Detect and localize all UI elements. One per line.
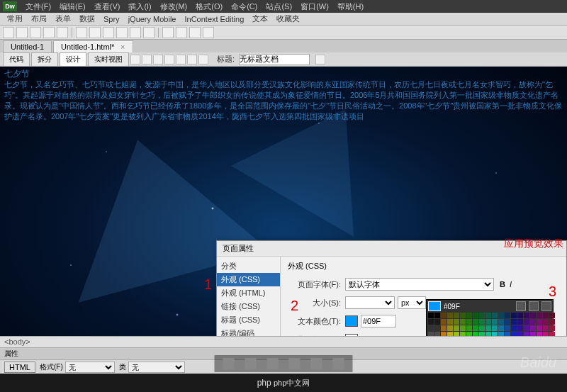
color-cell[interactable] <box>511 332 517 336</box>
menu-commands[interactable]: 命令(C) <box>227 1 262 12</box>
menu-file[interactable]: 文件(F) <box>21 1 55 12</box>
cat-headings-css[interactable]: 标题 (CSS) <box>217 313 280 327</box>
close-icon[interactable]: × <box>120 43 125 51</box>
color-cell[interactable] <box>428 313 434 318</box>
color-cell[interactable] <box>511 325 517 331</box>
color-cell[interactable] <box>454 319 459 325</box>
color-cell[interactable] <box>524 319 529 325</box>
color-cell[interactable] <box>479 332 485 336</box>
tb-forms[interactable]: 表单 <box>51 13 75 24</box>
color-cell[interactable] <box>498 325 504 331</box>
script-icon[interactable] <box>176 27 187 38</box>
comment-icon[interactable] <box>143 27 155 38</box>
menu-modify[interactable]: 修改(M) <box>156 1 192 12</box>
color-cell[interactable] <box>466 319 472 325</box>
class-select[interactable]: 无 <box>128 362 185 373</box>
menu-site[interactable]: 站点(S) <box>262 1 296 12</box>
color-grid[interactable] <box>428 313 551 336</box>
table-icon[interactable] <box>43 27 55 38</box>
color-cell[interactable] <box>530 313 536 318</box>
color-cell[interactable] <box>460 313 466 318</box>
color-cell[interactable] <box>485 319 491 325</box>
color-cell[interactable] <box>524 332 529 336</box>
tag-icon[interactable] <box>203 27 214 38</box>
color-cell[interactable] <box>543 325 549 331</box>
color-cell[interactable] <box>441 319 447 325</box>
view-code-button[interactable]: 代码 <box>3 52 30 67</box>
hyperlink-icon[interactable] <box>3 27 14 38</box>
color-cell[interactable] <box>473 325 478 331</box>
color-cell[interactable] <box>511 313 517 318</box>
color-cell[interactable] <box>473 332 478 336</box>
color-cell[interactable] <box>517 319 523 325</box>
debug-icon[interactable] <box>187 55 197 65</box>
menu-edit[interactable]: 编辑(E) <box>55 1 90 12</box>
color-cell[interactable] <box>530 325 536 331</box>
color-cell[interactable] <box>543 313 549 318</box>
color-cell[interactable] <box>454 332 459 336</box>
tb-spry[interactable]: Spry <box>99 15 124 23</box>
color-cell[interactable] <box>485 332 491 336</box>
color-cell[interactable] <box>537 313 542 318</box>
live-code-icon[interactable] <box>142 55 152 65</box>
color-cell[interactable] <box>447 325 453 331</box>
menu-help[interactable]: 帮助(H) <box>333 1 368 12</box>
no-color-icon[interactable] <box>516 301 526 311</box>
color-cell[interactable] <box>492 332 498 336</box>
tb-layout[interactable]: 布局 <box>27 13 51 24</box>
color-cell[interactable] <box>428 332 434 336</box>
cat-appearance-html[interactable]: 外观 (HTML) <box>217 286 280 300</box>
color-cell[interactable] <box>466 332 472 336</box>
tab-untitled-1[interactable]: Untitled-1 <box>3 40 52 52</box>
title-input[interactable] <box>239 54 310 65</box>
tb-incontext[interactable]: InContext Editing <box>180 15 248 23</box>
tab-untitled-1-html[interactable]: Untitled-1.html* × <box>53 40 133 52</box>
inspect-icon[interactable] <box>130 55 140 65</box>
color-cell[interactable] <box>441 325 447 331</box>
menu-view[interactable]: 查看(V) <box>90 1 125 12</box>
color-cell[interactable] <box>428 319 434 325</box>
menu-window[interactable]: 窗口(W) <box>296 1 333 12</box>
color-cell[interactable] <box>485 313 491 318</box>
color-cell[interactable] <box>530 319 536 325</box>
file-mgmt-icon[interactable] <box>164 55 174 65</box>
media-icon[interactable] <box>89 27 101 38</box>
color-cell[interactable] <box>543 332 549 336</box>
menu-format[interactable]: 格式(O) <box>191 1 227 12</box>
design-canvas[interactable]: 七夕节 七夕节，又名乞巧节、七巧节或七姐诞，发源于中国，是华人地区以及部分受汉族… <box>0 67 567 336</box>
preview-icon[interactable] <box>176 55 186 65</box>
color-cell[interactable] <box>530 332 536 336</box>
color-cell[interactable] <box>505 313 510 318</box>
picker-menu-icon[interactable] <box>541 301 551 311</box>
tb-text[interactable]: 文本 <box>248 13 272 24</box>
color-cell[interactable] <box>447 332 453 336</box>
color-cell[interactable] <box>441 332 447 336</box>
image-icon[interactable] <box>76 27 87 38</box>
color-cell[interactable] <box>492 325 498 331</box>
color-cell[interactable] <box>460 332 466 336</box>
color-cell[interactable] <box>479 325 485 331</box>
color-cell[interactable] <box>498 319 504 325</box>
color-cell[interactable] <box>498 332 504 336</box>
tb-data[interactable]: 数据 <box>75 13 99 24</box>
color-cell[interactable] <box>492 319 498 325</box>
color-cell[interactable] <box>473 313 478 318</box>
templates-icon[interactable] <box>189 27 201 38</box>
color-cell[interactable] <box>454 313 459 318</box>
menu-insert[interactable]: 插入(I) <box>124 1 155 12</box>
color-cell[interactable] <box>441 313 447 318</box>
widget-icon[interactable] <box>103 27 114 38</box>
color-cell[interactable] <box>434 319 440 325</box>
color-cell[interactable] <box>454 325 459 331</box>
color-cell[interactable] <box>434 325 440 331</box>
options-icon[interactable] <box>198 55 208 65</box>
view-split-button[interactable]: 拆分 <box>31 52 58 67</box>
color-cell[interactable] <box>537 332 542 336</box>
refresh-icon[interactable] <box>153 55 163 65</box>
size-select[interactable] <box>345 296 395 309</box>
color-cell[interactable] <box>479 313 485 318</box>
color-cell[interactable] <box>505 325 510 331</box>
view-design-button[interactable]: 设计 <box>60 52 86 67</box>
color-cell[interactable] <box>460 319 466 325</box>
color-cell[interactable] <box>543 319 549 325</box>
